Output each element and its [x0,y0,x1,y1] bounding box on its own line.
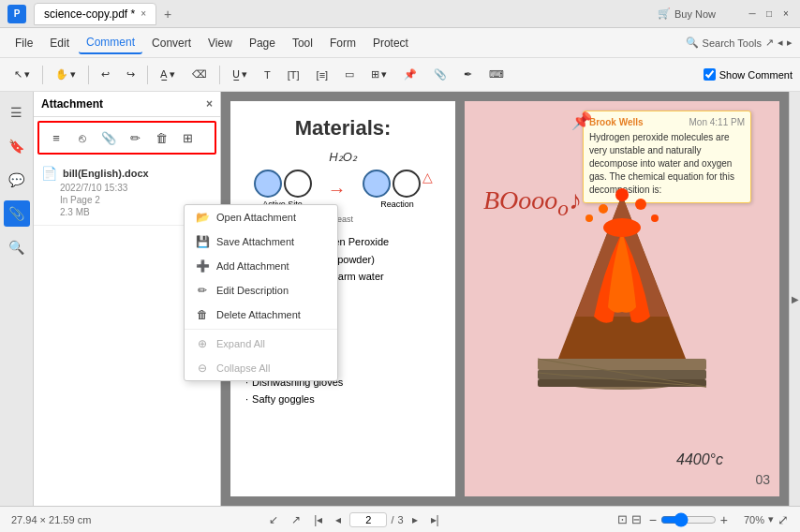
close-window-button[interactable]: × [779,7,793,21]
toolbar-separator-4 [219,66,220,84]
file-row: 📄 bill(English).docx [41,166,213,181]
menu-page[interactable]: Page [242,33,283,53]
undo-icon: ↩ [101,68,110,81]
zoom-dropdown-button[interactable]: ▾ [768,513,774,525]
redo-button[interactable]: ↪ [120,65,141,84]
edit-description-item[interactable]: ✏ Edit Description [185,278,337,303]
sidebar-item-nav[interactable]: ☰ [4,99,30,126]
collapse-icon: ⊖ [196,362,209,375]
menu-bar: File Edit Comment Convert View Page Tool… [0,28,800,58]
open-attachment-item[interactable]: 📂 Open Attachment [185,205,337,229]
fit-width-button[interactable]: ⊟ [631,512,642,526]
buy-now-button[interactable]: 🛒 Buy Now [658,7,716,20]
list-view-button[interactable]: ≡ [45,126,67,149]
maximize-button[interactable]: □ [763,7,776,21]
show-comment-label[interactable]: Show Comment [719,69,793,81]
menu-convert[interactable]: Convert [144,33,199,53]
export-button[interactable]: ⎋ [71,126,94,149]
main-content: ☰ 🔖 💬 📎 🔍 Attachment × ≡ ⎋ 📎 ✏ 🗑 ⊞ 📄 bil… [0,92,800,506]
page-number-input[interactable] [349,512,387,527]
signature-button[interactable]: ✒ [457,65,479,84]
eraser-button[interactable]: ⌫ [185,65,214,84]
select-tool-button[interactable]: ↖▾ [7,65,37,84]
sidebar-item-comment[interactable]: 💬 [4,167,30,193]
lava-top [603,218,641,237]
menu-view[interactable]: View [200,33,240,53]
hand-nav-button[interactable]: ↗ [287,511,305,528]
tab-close-button[interactable]: × [141,8,146,19]
attachment-header: Attachment × [34,92,220,117]
back-icon[interactable]: ◂ [778,37,783,49]
edit-attach-button[interactable]: ✏ [124,126,146,149]
typewriter-button[interactable]: ⌨ [482,65,511,84]
highlight-button[interactable]: A̲▾ [154,65,182,84]
menu-edit[interactable]: Edit [42,33,77,53]
menu-form[interactable]: Form [322,33,363,53]
particle-5 [651,214,659,222]
delete-attach-icon: 🗑 [196,308,209,321]
document-tab[interactable]: science-copy.pdf * × [34,3,156,25]
zoom-out-button[interactable]: − [649,512,657,527]
text-field-icon: [T] [288,69,300,81]
fit-page-button[interactable]: ⊡ [617,512,628,526]
file-date: 2022/7/10 15:33 [41,183,213,193]
last-page-button[interactable]: ▸| [426,511,444,528]
particle-4 [585,214,593,222]
hand-tool-button[interactable]: ✋▾ [49,65,82,84]
pin-icon-decoration: 📌 [571,111,592,131]
zoom-in-button[interactable]: + [720,512,728,527]
menu-file[interactable]: File [7,33,40,53]
toolbar: ↖▾ ✋▾ ↩ ↪ A̲▾ ⌫ U̲▾ T [T] [≡] ▭ ⊞▾ 📌 📎 ✒… [0,58,800,92]
show-comment-checkbox[interactable] [704,68,716,81]
sidebar-item-attachment[interactable]: 📎 [4,200,30,227]
save-attachment-label: Save Attachment [216,236,294,247]
text-box-button[interactable]: T [258,66,277,84]
open-attachment-label: Open Attachment [216,212,296,223]
text-field-button[interactable]: [T] [281,66,306,84]
area-icon: ⊞ [371,68,379,81]
shape-button[interactable]: ▭ [338,65,361,84]
minimize-button[interactable]: ─ [746,7,759,21]
stamp-button[interactable]: [≡] [310,66,335,84]
cart-icon: 🛒 [658,7,671,20]
new-tab-button[interactable]: + [156,3,179,25]
attachment-title: Attachment [41,97,103,111]
save-attachment-item[interactable]: 💾 Save Attachment [185,229,337,254]
delete-attach-button[interactable]: 🗑 [150,126,172,149]
collapse-all-item: ⊖ Collapse All [185,356,337,380]
page-dimensions: 27.94 × 21.59 cm [11,514,91,525]
expand-icon: ⊕ [196,337,209,350]
file-icon: 📄 [41,166,57,181]
add-attach-button[interactable]: 📎 [97,126,120,149]
typewriter-icon: ⌨ [489,68,504,81]
undo-button[interactable]: ↩ [95,65,116,84]
menu-tool[interactable]: Tool [285,33,320,53]
attach-button[interactable]: 📎 [427,65,453,84]
delete-attachment-label: Delete Attachment [216,309,301,320]
cursor-tool-button[interactable]: ↙ [264,511,283,528]
pin-button[interactable]: 📌 [397,65,423,84]
plus-icon: △ [422,170,433,198]
right-panel-toggle[interactable]: ▶ [789,92,800,506]
delete-attachment-item[interactable]: 🗑 Delete Attachment [185,303,337,327]
underline-button[interactable]: U̲▾ [226,65,254,84]
note-header: Brook Wells Mon 4:11 PM [589,117,745,127]
menu-protect[interactable]: Protect [365,33,416,53]
sidebar-item-search[interactable]: 🔍 [4,234,30,260]
toolbar-separator-3 [147,66,148,84]
menu-comment[interactable]: Comment [79,32,142,54]
sidebar-item-bookmark[interactable]: 🔖 [4,133,30,159]
attachment-close-button[interactable]: × [206,97,213,111]
particle-1 [599,204,608,214]
forward-icon[interactable]: ▸ [787,37,793,49]
expand-view-button[interactable]: ⤢ [778,512,789,527]
area-button[interactable]: ⊞▾ [364,65,393,84]
diagram-row: Active Site → △ Reaction [245,170,440,209]
first-page-button[interactable]: |◂ [309,511,327,528]
zoom-slider[interactable] [660,512,717,527]
grid-view-button[interactable]: ⊞ [176,126,199,149]
next-page-button[interactable]: ▸ [407,511,422,528]
add-attachment-item[interactable]: ➕ Add Attachment [185,254,337,278]
external-link-icon: ↗ [765,37,774,49]
prev-page-button[interactable]: ◂ [331,511,346,528]
